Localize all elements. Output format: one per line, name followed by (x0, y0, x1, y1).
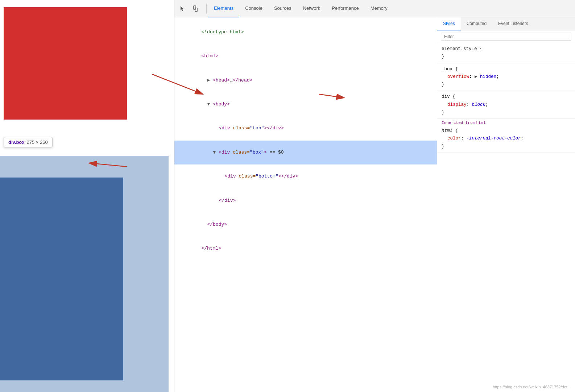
toolbar-icons (177, 4, 207, 14)
html-panel[interactable]: <!doctype html> <html> ▶ <head>…</head> … (174, 17, 437, 392)
inherited-element: html (476, 121, 485, 125)
preview-area: div.box 275 × 260 (0, 0, 174, 392)
tab-network[interactable]: Network (297, 0, 326, 17)
mobile-icon[interactable] (190, 4, 200, 14)
html-line[interactable]: <div class="top"></div> (174, 117, 437, 141)
tab-sources[interactable]: Sources (268, 0, 297, 17)
html-line[interactable]: ▼ <body> (174, 92, 437, 116)
html-line[interactable]: ▶ <head>…</head> (174, 68, 437, 92)
styles-panel: Styles Computed Event Listeners element.… (437, 17, 575, 392)
tab-console[interactable]: Console (239, 0, 268, 17)
devtools-panel: Elements Console Sources Network Perform… (174, 0, 575, 392)
inherited-from-label: Inherited from html (437, 119, 575, 125)
tab-performance[interactable]: Performance (326, 0, 364, 17)
devtools-toolbar: Elements Console Sources Network Perform… (174, 0, 575, 17)
css-rule-html: html { color: -internal-root-color; } (437, 125, 575, 153)
tab-computed[interactable]: Computed (461, 17, 492, 30)
devtools-main: <!doctype html> <html> ▶ <head>…</head> … (174, 17, 575, 392)
css-rule-box: .box { overflow: ▶ hidden; } (437, 63, 575, 91)
html-line: </div> (174, 189, 437, 213)
styles-filter (437, 30, 575, 43)
html-line: </body> (174, 213, 437, 237)
tooltip-selector: div.box (8, 139, 25, 145)
html-line[interactable]: <div class="bottom"></div> (174, 164, 437, 188)
html-line: </html> (174, 237, 437, 261)
svg-rect-1 (195, 8, 197, 12)
styles-tabs: Styles Computed Event Listeners (437, 17, 575, 30)
cursor-icon[interactable] (177, 4, 187, 14)
html-line: <html> (174, 44, 437, 68)
element-tooltip: div.box 275 × 260 (4, 137, 53, 147)
css-rule-element-style: element.style { } (437, 43, 575, 63)
tooltip-size: 275 × 260 (27, 139, 48, 145)
watermark: https://blog.csdn.net/weixin_46371752/de… (493, 385, 571, 389)
html-line-selected[interactable]: ▼ <div class="box"> == $0 (174, 141, 437, 164)
css-rule-div: div { display: block; } (437, 91, 575, 119)
filter-input[interactable] (441, 33, 571, 41)
tab-event-listeners[interactable]: Event Listeners (492, 17, 534, 30)
svg-rect-0 (194, 6, 196, 9)
tab-styles[interactable]: Styles (437, 17, 461, 30)
blue-inner-box (0, 178, 123, 380)
html-line: <!doctype html> (174, 20, 437, 44)
tab-elements[interactable]: Elements (208, 0, 239, 17)
tab-memory[interactable]: Memory (365, 0, 393, 17)
red-box (4, 7, 127, 120)
